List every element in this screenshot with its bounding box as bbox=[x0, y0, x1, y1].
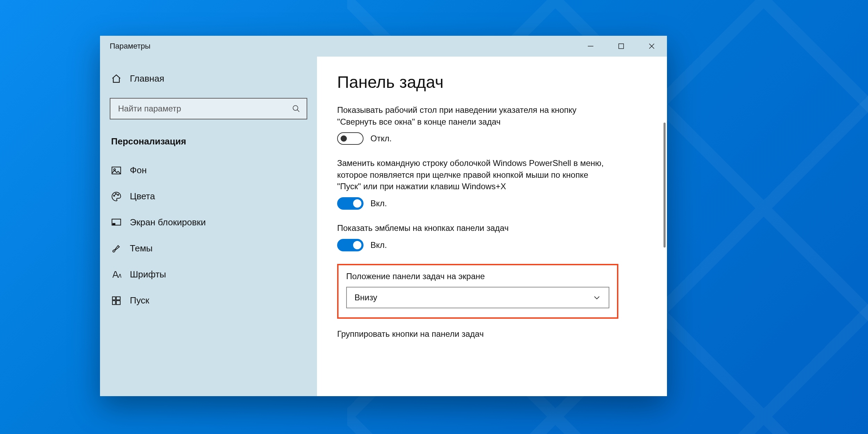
sidebar: Главная Персонализация Фон Цвета bbox=[100, 57, 317, 396]
chevron-down-icon bbox=[593, 293, 601, 302]
start-grid-icon bbox=[111, 295, 122, 306]
palette-icon bbox=[111, 191, 122, 202]
toggle-row: Откл. bbox=[337, 132, 608, 145]
maximize-icon bbox=[618, 43, 625, 50]
svg-rect-15 bbox=[112, 301, 116, 304]
svg-rect-13 bbox=[112, 297, 116, 300]
svg-rect-16 bbox=[116, 301, 120, 304]
minimize-button[interactable] bbox=[575, 36, 606, 57]
main-content: Панель задач Показывать рабочий стол при… bbox=[317, 57, 667, 396]
setting-desc: Показывать рабочий стол при наведении ук… bbox=[337, 104, 608, 127]
search-icon bbox=[292, 105, 300, 113]
setting-peek-desktop: Показывать рабочий стол при наведении ук… bbox=[337, 104, 608, 145]
settings-window: Параметры Главная bbox=[100, 36, 667, 396]
setting-badges: Показать эмблемы на кнопках панели задач… bbox=[337, 222, 608, 251]
search-input[interactable] bbox=[118, 104, 292, 114]
svg-rect-12 bbox=[113, 223, 115, 225]
svg-rect-14 bbox=[116, 297, 120, 300]
sidebar-item-fonts[interactable]: Шрифты bbox=[100, 261, 317, 287]
window-body: Главная Персонализация Фон Цвета bbox=[100, 57, 667, 396]
setting-group-buttons-label: Группировать кнопки на панели задач bbox=[337, 329, 653, 339]
svg-point-10 bbox=[117, 194, 118, 195]
highlighted-setting: Положение панели задач на экране Внизу bbox=[337, 264, 618, 319]
toggle-switch[interactable] bbox=[337, 239, 364, 251]
toggle-state-label: Откл. bbox=[370, 134, 392, 143]
setting-powershell: Заменить командную строку оболочкой Wind… bbox=[337, 157, 608, 210]
nav-home[interactable]: Главная bbox=[100, 68, 317, 90]
taskbar-position-dropdown[interactable]: Внизу bbox=[346, 287, 609, 308]
close-icon bbox=[648, 43, 655, 50]
svg-point-4 bbox=[293, 106, 298, 110]
svg-point-8 bbox=[114, 195, 115, 196]
minimize-icon bbox=[587, 43, 594, 50]
close-button[interactable] bbox=[636, 36, 667, 57]
home-icon bbox=[111, 74, 122, 84]
dropdown-label: Положение панели задач на экране bbox=[346, 272, 609, 281]
toggle-state-label: Вкл. bbox=[370, 199, 387, 208]
toggle-state-label: Вкл. bbox=[370, 240, 387, 250]
nav-home-label: Главная bbox=[130, 73, 164, 84]
picture-icon bbox=[111, 165, 122, 176]
toggle-row: Вкл. bbox=[337, 239, 608, 251]
lockscreen-icon bbox=[111, 217, 122, 228]
desktop-wallpaper: Параметры Главная bbox=[0, 0, 868, 434]
sidebar-item-themes[interactable]: Темы bbox=[100, 235, 317, 261]
toggle-switch[interactable] bbox=[337, 197, 364, 210]
maximize-button[interactable] bbox=[606, 36, 636, 57]
sidebar-item-lockscreen[interactable]: Экран блокировки bbox=[100, 209, 317, 235]
toggle-switch[interactable] bbox=[337, 132, 364, 145]
svg-point-9 bbox=[115, 193, 116, 194]
scrollbar-thumb[interactable] bbox=[663, 123, 666, 248]
titlebar: Параметры bbox=[100, 36, 667, 57]
sidebar-section-heading: Персонализация bbox=[100, 132, 317, 157]
sidebar-item-label: Пуск bbox=[130, 295, 149, 306]
window-controls bbox=[575, 36, 667, 57]
svg-rect-1 bbox=[619, 44, 624, 49]
sidebar-item-start[interactable]: Пуск bbox=[100, 287, 317, 314]
toggle-row: Вкл. bbox=[337, 197, 608, 210]
svg-line-5 bbox=[297, 110, 299, 112]
brush-icon bbox=[111, 243, 122, 254]
page-title: Панель задач bbox=[337, 73, 653, 92]
setting-desc: Показать эмблемы на кнопках панели задач bbox=[337, 222, 608, 234]
sidebar-item-label: Фон bbox=[130, 165, 147, 176]
sidebar-item-label: Экран блокировки bbox=[130, 217, 206, 228]
sidebar-item-label: Шрифты bbox=[130, 269, 166, 280]
sidebar-item-label: Темы bbox=[130, 243, 152, 254]
sidebar-item-colors[interactable]: Цвета bbox=[100, 183, 317, 209]
setting-desc: Заменить командную строку оболочкой Wind… bbox=[337, 157, 608, 192]
dropdown-value: Внизу bbox=[354, 293, 377, 302]
sidebar-item-label: Цвета bbox=[130, 191, 155, 202]
window-title: Параметры bbox=[100, 42, 150, 51]
sidebar-item-background[interactable]: Фон bbox=[100, 157, 317, 183]
search-box[interactable] bbox=[110, 98, 307, 119]
fonts-icon bbox=[111, 269, 122, 280]
